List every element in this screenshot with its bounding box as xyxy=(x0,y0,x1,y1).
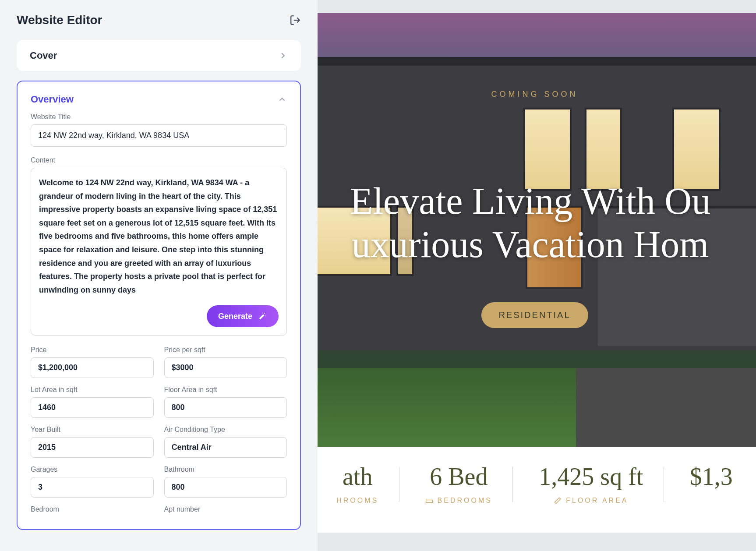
fields-grid: Price Price per sqft Lot Area in sqft Fl… xyxy=(31,346,287,517)
content-text[interactable]: Welcome to 124 NW 22nd way, Kirkland, WA… xyxy=(39,176,279,297)
website-title-input[interactable] xyxy=(31,124,287,147)
cover-section-title: Cover xyxy=(30,50,57,61)
generate-button[interactable]: Generate xyxy=(207,305,279,327)
price-label: Price xyxy=(31,346,154,354)
stat-bed-label: BEDROOMS xyxy=(438,497,492,505)
stat-bath-value: ath xyxy=(336,463,378,491)
stat-floor: 1,425 sq ft FLOOR AREA xyxy=(539,463,643,506)
generate-label: Generate xyxy=(218,312,252,321)
residential-pill[interactable]: RESIDENTIAL xyxy=(481,302,588,328)
editor-title: Website Editor xyxy=(17,13,102,27)
ruler-icon xyxy=(554,497,562,505)
bathroom-input[interactable] xyxy=(164,477,287,498)
wand-icon xyxy=(258,311,267,321)
website-title-label: Website Title xyxy=(31,113,287,121)
bathroom-label: Bathroom xyxy=(164,466,287,473)
stat-bed-value: 6 Bed xyxy=(425,463,492,491)
apt-number-label: Apt number xyxy=(164,505,287,513)
stats-bar: ath HROOMS 6 Bed BEDROOMS 1,425 sq ft FL… xyxy=(318,447,756,533)
price-per-sqft-label: Price per sqft xyxy=(164,346,287,354)
preview-panel: COMING SOON Elevate Living With Ou uxuri… xyxy=(318,0,756,551)
lot-area-input[interactable] xyxy=(31,397,154,418)
stat-bath-label: HROOMS xyxy=(336,497,378,505)
stat-bath: ath HROOMS xyxy=(336,463,378,506)
floor-area-label: Floor Area in sqft xyxy=(164,386,287,394)
garages-input[interactable] xyxy=(31,477,154,498)
floor-area-input[interactable] xyxy=(164,397,287,418)
stat-floor-label: FLOOR AREA xyxy=(566,497,628,505)
hero-image: COMING SOON Elevate Living With Ou uxuri… xyxy=(318,13,756,447)
coming-soon-label: COMING SOON xyxy=(491,90,578,99)
overview-section-card: Overview Website Title Content Welcome t… xyxy=(17,81,301,530)
price-input[interactable] xyxy=(31,357,154,378)
ac-type-input[interactable] xyxy=(164,437,287,458)
chevron-right-icon xyxy=(278,51,288,60)
hero-title-line2: uxurious Vacation Hom xyxy=(352,223,709,265)
editor-header: Website Editor xyxy=(17,13,301,27)
hero-title-line1: Elevate Living With Ou xyxy=(350,180,711,222)
stat-bed: 6 Bed BEDROOMS xyxy=(425,463,492,506)
price-per-sqft-input[interactable] xyxy=(164,357,287,378)
content-label: Content xyxy=(31,156,287,164)
lot-area-label: Lot Area in sqft xyxy=(31,386,154,394)
exit-icon[interactable] xyxy=(290,14,301,26)
year-built-label: Year Built xyxy=(31,426,154,434)
content-area: Welcome to 124 NW 22nd way, Kirkland, WA… xyxy=(31,168,287,336)
bed-icon xyxy=(425,497,433,505)
stat-price: $1,3 xyxy=(690,463,733,506)
stat-floor-value: 1,425 sq ft xyxy=(539,463,643,491)
garages-label: Garages xyxy=(31,466,154,473)
chevron-up-icon xyxy=(277,95,287,104)
overview-header[interactable]: Overview xyxy=(31,94,287,105)
bedroom-label: Bedroom xyxy=(31,505,154,513)
hero-title: Elevate Living With Ou uxurious Vacation… xyxy=(318,180,756,266)
cover-section-card[interactable]: Cover xyxy=(17,40,301,71)
stat-price-value: $1,3 xyxy=(690,463,733,491)
ac-type-label: Air Conditiong Type xyxy=(164,426,287,434)
overview-title: Overview xyxy=(31,94,74,105)
year-built-input[interactable] xyxy=(31,437,154,458)
editor-panel: Website Editor Cover Overview Website Ti… xyxy=(0,0,318,551)
